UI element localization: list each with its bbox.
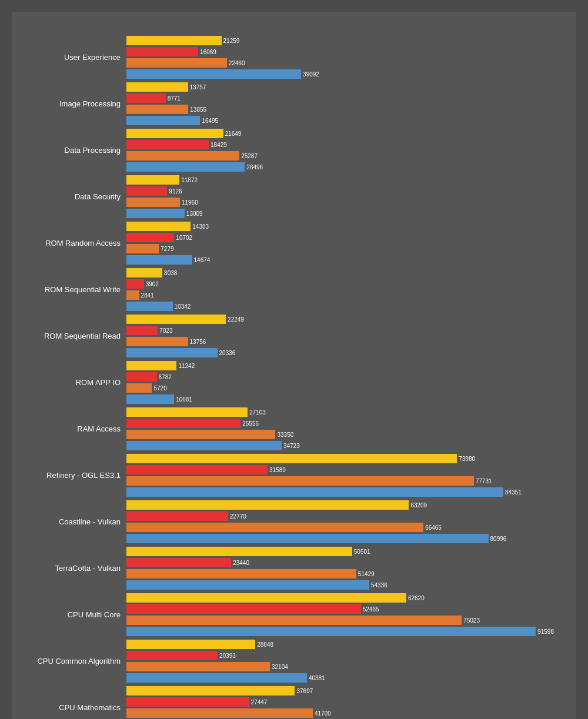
bar-row: 11872 (126, 175, 570, 185)
chart-area: User Experience21259160692246039092Image… (18, 35, 570, 719)
bar-blue (126, 627, 536, 636)
bar-row: 11242 (126, 360, 570, 371)
bar-row: 40381 (126, 673, 570, 683)
bars-group: 62620524657502391598 (126, 593, 570, 637)
bar-blue (126, 209, 185, 218)
bars-group: 37697274474170046735 (126, 685, 570, 719)
bar-yellow (126, 454, 457, 463)
row-label: ROM Sequential Read (18, 332, 126, 341)
bar-row: 7023 (126, 325, 570, 336)
bar-value-label: 10681 (176, 396, 192, 403)
bar-row: 13757 (126, 82, 570, 92)
bar-row: 21649 (126, 128, 570, 139)
bar-row: 80996 (126, 533, 570, 544)
row-label: TerraCotta - Vulkan (18, 564, 126, 573)
bar-blue (126, 487, 503, 497)
bar-row: 16495 (126, 115, 570, 126)
bar-row: 10681 (126, 394, 570, 404)
chart-inner: User Experience21259160692246039092Image… (18, 35, 570, 719)
bar-value-label: 13756 (190, 339, 206, 345)
bars-group: 1375787711385516495 (126, 82, 570, 126)
chart-row: ROM APP IO112426782572010681 (18, 360, 570, 404)
bar-row: 33350 (126, 429, 570, 440)
bar-row: 63209 (126, 500, 570, 510)
bar-value-label: 31589 (269, 467, 286, 473)
bar-row: 52465 (126, 604, 570, 614)
bar-row: 32104 (126, 661, 570, 672)
bar-orange (126, 476, 474, 486)
bar-row: 20336 (126, 347, 570, 358)
bar-blue (126, 441, 282, 450)
bar-yellow (126, 593, 406, 603)
bar-row: 2841 (126, 290, 570, 300)
bar-value-label: 91598 (537, 628, 554, 635)
bar-value-label: 22460 (229, 60, 245, 66)
bars-group: 80383902284110342 (126, 267, 570, 312)
bar-red (126, 511, 228, 521)
bars-group: 27103255563335034723 (126, 407, 570, 451)
row-label: ROM Random Access (18, 239, 126, 248)
bar-value-label: 16495 (202, 118, 218, 124)
bar-orange (126, 290, 139, 300)
bar-row: 91598 (126, 626, 570, 637)
bar-row: 5720 (126, 383, 570, 393)
bar-red (126, 326, 158, 335)
bar-value-label: 28848 (257, 641, 273, 648)
bar-row: 20393 (126, 650, 570, 661)
bar-row: 13855 (126, 104, 570, 115)
bar-value-label: 52465 (363, 606, 379, 613)
bar-value-label: 25556 (242, 420, 259, 427)
row-label: RAM Access (18, 424, 126, 434)
bar-value-label: 80996 (490, 536, 507, 542)
bar-yellow (126, 315, 226, 324)
bar-value-label: 14674 (194, 257, 211, 263)
bar-orange (126, 105, 188, 114)
bar-row: 51429 (126, 568, 570, 579)
bar-value-label: 27103 (249, 409, 266, 416)
bar-value-label: 23440 (233, 560, 249, 566)
bar-red (126, 372, 157, 382)
row-label: User Experience (18, 53, 126, 62)
bar-row: 9126 (126, 186, 570, 196)
row-label: CPU Common Algorithm (18, 657, 126, 666)
bar-red (126, 47, 198, 56)
bar-value-label: 73980 (459, 456, 475, 462)
bar-blue (126, 394, 174, 404)
bar-orange (126, 198, 180, 207)
bar-row: 7279 (126, 243, 570, 254)
chart-row: TerraCotta - Vulkan50501234405142954336 (18, 546, 570, 590)
bar-row: 23440 (126, 557, 570, 568)
chart-row: ROM Random Access1438310702727914674 (18, 221, 570, 265)
bar-orange (126, 337, 188, 346)
chart-row: Refinery - OGL ES3.173980315897773184351 (18, 453, 570, 497)
bar-value-label: 50501 (354, 549, 370, 555)
bar-value-label: 32104 (272, 664, 288, 670)
bars-group: 1438310702727914674 (126, 221, 570, 265)
chart-row: ROM Sequential Write80383902284110342 (18, 267, 570, 312)
bar-row: 50501 (126, 546, 570, 557)
bar-yellow (126, 175, 179, 185)
bar-value-label: 34723 (283, 443, 300, 449)
bar-value-label: 8771 (168, 95, 181, 102)
chart-row: Data Security1187291261196013009 (18, 175, 570, 219)
bars-group: 63209227706646580996 (126, 500, 570, 544)
bar-value-label: 14383 (192, 223, 209, 230)
bar-orange (126, 383, 152, 393)
bar-row: 8038 (126, 267, 570, 278)
bar-value-label: 22770 (230, 513, 246, 520)
chart-row: Coastline - Vulkan63209227706646580996 (18, 500, 570, 544)
bar-red (126, 186, 167, 196)
bar-row: 27447 (126, 697, 570, 707)
bar-row: 73980 (126, 453, 570, 464)
bar-value-label: 21259 (223, 38, 240, 44)
bar-value-label: 26496 (246, 164, 263, 170)
bar-row: 54336 (126, 580, 570, 590)
bar-orange (126, 662, 270, 671)
row-label: Refinery - OGL ES3.1 (18, 471, 126, 480)
bars-group: 1187291261196013009 (126, 175, 570, 219)
bar-blue (126, 348, 218, 357)
bar-orange (126, 244, 159, 253)
bars-group: 21259160692246039092 (126, 35, 570, 79)
bar-orange (126, 569, 356, 578)
bar-value-label: 11960 (182, 199, 198, 206)
